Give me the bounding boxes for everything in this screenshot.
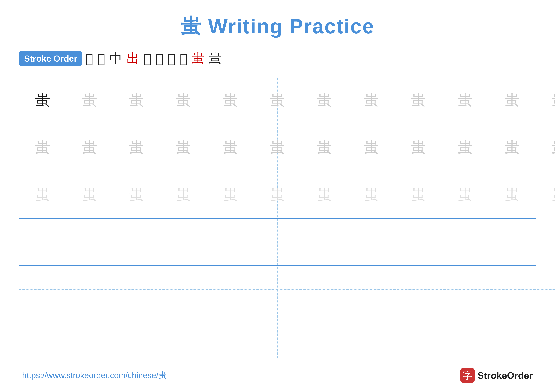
- grid-cell-r6c10[interactable]: [442, 313, 489, 360]
- grid-cell-r1c12[interactable]: 蚩: [536, 77, 555, 124]
- grid-cell-r2c6[interactable]: 蚩: [254, 124, 301, 171]
- grid-cell-r4c5[interactable]: [207, 219, 254, 265]
- grid-cell-r6c12[interactable]: [536, 313, 555, 360]
- grid-cell-r5c5[interactable]: [207, 266, 254, 313]
- stroke-step-8: 𰃔: [180, 51, 187, 66]
- grid-cell-r4c4[interactable]: [160, 219, 207, 265]
- grid-row-3: 蚩 蚩 蚩 蚩 蚩 蚩 蚩 蚩 蚩 蚩 蚩 蚩 蚩: [19, 171, 536, 219]
- grid-cell-r6c1[interactable]: [19, 313, 66, 360]
- grid-cell-r5c12[interactable]: [536, 266, 555, 313]
- grid-cell-r5c3[interactable]: [113, 266, 160, 313]
- grid-cell-r6c9[interactable]: [395, 313, 442, 360]
- stroke-step-2: 𠃍: [97, 51, 105, 66]
- grid-cell-r3c8[interactable]: 蚩: [348, 171, 395, 218]
- practice-grid: 蚩 蚩 蚩 蚩 蚩 蚩 蚩 蚩 蚩 蚩 蚩 蚩 蚩 蚩 蚩 蚩 蚩 蚩 蚩 蚩 …: [19, 77, 536, 360]
- grid-cell-r5c8[interactable]: [348, 266, 395, 313]
- grid-cell-r2c2[interactable]: 蚩: [66, 124, 113, 171]
- grid-cell-r1c11[interactable]: 蚩: [489, 77, 536, 124]
- stroke-step-3: 中: [110, 50, 122, 67]
- grid-cell-r2c12[interactable]: 蚩: [536, 124, 555, 171]
- grid-cell-r2c8[interactable]: 蚩: [348, 124, 395, 171]
- grid-cell-r1c7[interactable]: 蚩: [301, 77, 348, 124]
- page: 蚩 Writing Practice Stroke Order 𠃋 𠃍 中 出 …: [0, 0, 555, 392]
- grid-cell-r4c11[interactable]: [489, 219, 536, 265]
- grid-cell-r6c7[interactable]: [301, 313, 348, 360]
- grid-cell-r5c6[interactable]: [254, 266, 301, 313]
- grid-cell-r3c12[interactable]: 蚩: [536, 171, 555, 218]
- grid-cell-r6c4[interactable]: [160, 313, 207, 360]
- grid-cell-r2c10[interactable]: 蚩: [442, 124, 489, 171]
- grid-cell-r3c9[interactable]: 蚩: [395, 171, 442, 218]
- grid-cell-r4c12[interactable]: [536, 219, 555, 265]
- grid-cell-r1c2[interactable]: 蚩: [66, 77, 113, 124]
- grid-cell-r3c1[interactable]: 蚩: [19, 171, 66, 218]
- grid-cell-r4c8[interactable]: [348, 219, 395, 265]
- grid-cell-r4c3[interactable]: [113, 219, 160, 265]
- grid-cell-r2c3[interactable]: 蚩: [113, 124, 160, 171]
- grid-cell-r4c2[interactable]: [66, 219, 113, 265]
- stroke-step-10: 蚩: [209, 50, 221, 67]
- grid-cell-r2c11[interactable]: 蚩: [489, 124, 536, 171]
- page-title: 蚩 Writing Practice: [181, 13, 374, 41]
- grid-cell-r5c4[interactable]: [160, 266, 207, 313]
- grid-cell-r3c10[interactable]: 蚩: [442, 171, 489, 218]
- stroke-step-5: 𰃑: [144, 51, 151, 66]
- grid-cell-r4c6[interactable]: [254, 219, 301, 265]
- grid-cell-r3c7[interactable]: 蚩: [301, 171, 348, 218]
- grid-cell-r1c6[interactable]: 蚩: [254, 77, 301, 124]
- stroke-order-badge: Stroke Order: [19, 51, 82, 66]
- grid-cell-r3c11[interactable]: 蚩: [489, 171, 536, 218]
- grid-cell-r4c7[interactable]: [301, 219, 348, 265]
- grid-cell-r6c3[interactable]: [113, 313, 160, 360]
- grid-cell-r3c5[interactable]: 蚩: [207, 171, 254, 218]
- stroke-steps: 𠃋 𠃍 中 出 𰃑 𰃒 𰃓 𰃔 蚩 蚩: [85, 50, 221, 67]
- grid-cell-r2c9[interactable]: 蚩: [395, 124, 442, 171]
- grid-cell-r3c2[interactable]: 蚩: [66, 171, 113, 218]
- grid-cell-r5c2[interactable]: [66, 266, 113, 313]
- grid-cell-r4c10[interactable]: [442, 219, 489, 265]
- grid-cell-r5c9[interactable]: [395, 266, 442, 313]
- stroke-order-row: Stroke Order 𠃋 𠃍 中 出 𰃑 𰃒 𰃓 𰃔 蚩 蚩: [19, 50, 536, 67]
- footer-url[interactable]: https://www.strokeorder.com/chinese/蚩: [22, 370, 167, 381]
- logo-text: StrokeOrder: [477, 370, 533, 381]
- grid-cell-r5c7[interactable]: [301, 266, 348, 313]
- grid-row-4: [19, 219, 536, 266]
- grid-cell-r6c6[interactable]: [254, 313, 301, 360]
- grid-cell-r3c6[interactable]: 蚩: [254, 171, 301, 218]
- stroke-step-9: 蚩: [192, 50, 204, 67]
- grid-row-1: 蚩 蚩 蚩 蚩 蚩 蚩 蚩 蚩 蚩 蚩 蚩 蚩 蚩: [19, 77, 536, 124]
- grid-cell-r5c10[interactable]: [442, 266, 489, 313]
- grid-cell-r4c9[interactable]: [395, 219, 442, 265]
- grid-cell-r6c11[interactable]: [489, 313, 536, 360]
- stroke-step-6: 𰃒: [156, 51, 163, 66]
- grid-cell-r1c5[interactable]: 蚩: [207, 77, 254, 124]
- grid-cell-r1c10[interactable]: 蚩: [442, 77, 489, 124]
- grid-cell-r2c7[interactable]: 蚩: [301, 124, 348, 171]
- grid-cell-r1c9[interactable]: 蚩: [395, 77, 442, 124]
- grid-cell-r6c2[interactable]: [66, 313, 113, 360]
- footer-logo: 字 StrokeOrder: [460, 368, 533, 383]
- title-chinese: 蚩: [181, 15, 208, 38]
- grid-cell-r3c4[interactable]: 蚩: [160, 171, 207, 218]
- grid-cell-r4c1[interactable]: [19, 219, 66, 265]
- logo-char: 字: [463, 369, 472, 382]
- footer: https://www.strokeorder.com/chinese/蚩 字 …: [19, 368, 536, 383]
- grid-cell-r6c8[interactable]: [348, 313, 395, 360]
- grid-cell-r2c4[interactable]: 蚩: [160, 124, 207, 171]
- grid-cell-r3c3[interactable]: 蚩: [113, 171, 160, 218]
- grid-cell-r2c5[interactable]: 蚩: [207, 124, 254, 171]
- grid-cell-r1c1[interactable]: 蚩: [19, 77, 66, 124]
- grid-cell-r5c11[interactable]: [489, 266, 536, 313]
- grid-cell-r5c1[interactable]: [19, 266, 66, 313]
- grid-row-2: 蚩 蚩 蚩 蚩 蚩 蚩 蚩 蚩 蚩 蚩 蚩 蚩 蚩: [19, 124, 536, 171]
- char-dark: 蚩: [35, 93, 50, 108]
- logo-icon: 字: [460, 368, 475, 383]
- grid-cell-r6c5[interactable]: [207, 313, 254, 360]
- grid-cell-r1c4[interactable]: 蚩: [160, 77, 207, 124]
- grid-cell-r2c1[interactable]: 蚩: [19, 124, 66, 171]
- grid-cell-r1c3[interactable]: 蚩: [113, 77, 160, 124]
- stroke-step-4: 出: [127, 50, 139, 67]
- grid-cell-r1c8[interactable]: 蚩: [348, 77, 395, 124]
- title-english: Writing Practice: [208, 15, 374, 38]
- grid-row-5: [19, 266, 536, 313]
